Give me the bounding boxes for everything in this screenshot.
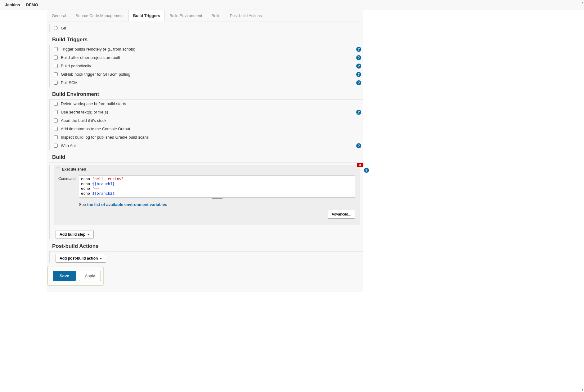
chevron-right-icon: › (41, 3, 42, 7)
section-title-build: Build (49, 150, 363, 163)
env-option[interactable]: With Ant? (51, 141, 363, 150)
apply-button[interactable]: Apply (79, 271, 101, 281)
trigger-label: GitHub hook trigger for GITScm polling (61, 72, 130, 77)
env-option[interactable]: Inspect build log for published Gradle b… (51, 133, 363, 141)
env-label: Use secret text(s) or file(s) (61, 110, 108, 114)
breadcrumb: Jenkins › DEMO › (0, 0, 584, 10)
trigger-label: Poll SCM (61, 80, 78, 85)
trigger-checkbox[interactable] (54, 72, 58, 76)
help-icon[interactable]: ? (356, 55, 361, 60)
env-checkbox[interactable] (54, 144, 58, 148)
env-option[interactable]: Add timestamps to the Console Output (51, 125, 363, 133)
help-icon[interactable]: ? (356, 72, 361, 77)
tab-general[interactable]: General (47, 10, 71, 21)
help-icon[interactable]: ? (356, 64, 361, 69)
help-icon[interactable]: ? (356, 47, 361, 52)
scm-git-radio[interactable] (54, 26, 58, 30)
help-icon[interactable]: ? (364, 168, 369, 173)
tab-source-code-management[interactable]: Source Code Management (71, 10, 128, 21)
trigger-option[interactable]: Poll SCM? (51, 78, 363, 87)
trigger-checkbox[interactable] (54, 56, 58, 60)
env-checkbox[interactable] (54, 110, 58, 114)
trigger-label: Build after other projects are built (61, 55, 120, 60)
command-label: Command (58, 175, 76, 220)
env-label: With Ant (61, 143, 76, 148)
env-option[interactable]: Delete workspace before build starts (51, 100, 363, 108)
caret-down-icon (100, 258, 102, 259)
add-post-build-action-button[interactable]: Add post-build action (56, 254, 106, 263)
trigger-checkbox[interactable] (54, 47, 58, 51)
caret-down-icon (87, 234, 90, 235)
env-label: Add timestamps to the Console Output (61, 127, 130, 131)
breadcrumb-root[interactable]: Jenkins (5, 2, 20, 7)
bottom-action-bar: Save Apply (47, 266, 104, 286)
scm-git-option[interactable]: Git (51, 24, 363, 32)
breadcrumb-project[interactable]: DEMO (26, 2, 38, 7)
command-textarea[interactable]: echo 'hell jenkins'echo ${branch1}echo '… (79, 175, 355, 198)
config-tabs: GeneralSource Code ManagementBuild Trigg… (47, 10, 363, 21)
build-step-execute-shell: X ? Execute shell Command echo 'hell jen… (54, 165, 360, 225)
trigger-option[interactable]: Build periodically? (51, 62, 363, 70)
env-checkbox[interactable] (54, 118, 58, 122)
help-icon[interactable]: ? (356, 80, 361, 85)
env-vars-prefix: See (79, 202, 87, 207)
trigger-label: Build periodically (61, 64, 91, 68)
build-step-title: Execute shell (62, 167, 86, 172)
add-build-step-label: Add build step (60, 232, 85, 237)
tab-build[interactable]: Build (207, 10, 225, 21)
add-build-step-button[interactable]: Add build step (56, 230, 94, 239)
save-button[interactable]: Save (53, 271, 76, 281)
help-icon[interactable]: ? (356, 110, 361, 115)
section-title-post-build: Post-build Actions (49, 239, 363, 252)
env-label: Inspect build log for published Gradle b… (61, 135, 149, 140)
env-option[interactable]: Abort the build if it's stuck (51, 116, 363, 125)
tab-build-environment[interactable]: Build Environment (165, 10, 207, 21)
chevron-right-icon: › (22, 3, 23, 7)
add-post-build-action-label: Add post-build action (60, 256, 98, 261)
env-label: Delete workspace before build starts (61, 101, 126, 106)
tab-post-build-actions[interactable]: Post-build Actions (225, 10, 266, 21)
trigger-option[interactable]: Trigger builds remotely (e.g., from scri… (51, 45, 363, 53)
help-icon[interactable]: ? (356, 143, 361, 148)
env-checkbox[interactable] (54, 102, 58, 106)
env-vars-link[interactable]: the list of available environment variab… (87, 202, 167, 207)
trigger-label: Trigger builds remotely (e.g., from scri… (61, 47, 135, 51)
section-title-build-triggers: Build Triggers (49, 32, 363, 45)
tab-build-triggers[interactable]: Build Triggers (128, 10, 165, 21)
env-checkbox[interactable] (54, 135, 58, 139)
scroll-up-icon[interactable]: ▴ (582, 1, 583, 4)
scm-git-label: Git (61, 26, 66, 30)
trigger-checkbox[interactable] (54, 81, 58, 85)
drag-handle-icon[interactable] (56, 167, 60, 172)
trigger-option[interactable]: Build after other projects are built? (51, 53, 363, 62)
section-title-build-env: Build Environment (49, 87, 363, 100)
trigger-option[interactable]: GitHub hook trigger for GITScm polling? (51, 70, 363, 78)
env-option[interactable]: Use secret text(s) or file(s)? (51, 108, 363, 116)
trigger-checkbox[interactable] (54, 64, 58, 68)
env-label: Abort the build if it's stuck (61, 118, 106, 123)
advanced-button[interactable]: Advanced... (328, 210, 355, 219)
env-checkbox[interactable] (54, 127, 58, 131)
